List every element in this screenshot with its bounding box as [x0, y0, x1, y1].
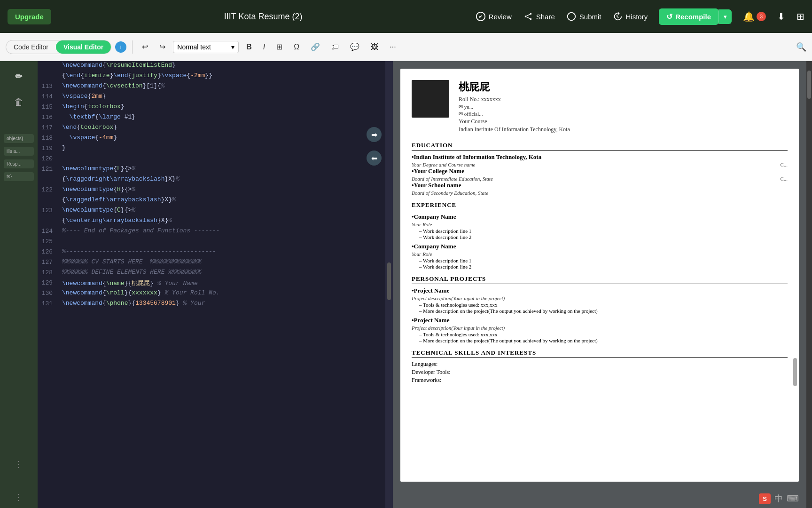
- svg-point-1: [524, 16, 526, 17]
- code-line-129: 129 \newcommand{\name}{桃屁屁} % Your Name: [38, 278, 385, 289]
- sidebar-item-3[interactable]: Resp...: [4, 159, 34, 168]
- info-button[interactable]: i: [115, 41, 126, 53]
- insert-link-button[interactable]: 🔗: [307, 40, 324, 53]
- code-line-121: 121 \newcolumntype{L}{>%: [38, 165, 385, 175]
- project-item-2: •Project Name Project description(Your i…: [412, 317, 788, 343]
- exp-bullet-2: – Work description line 2: [419, 234, 788, 240]
- code-line-126: 126 %-----------------------------------…: [38, 247, 385, 258]
- code-editor-tab[interactable]: Code Editor: [6, 40, 56, 54]
- svg-line-5: [526, 17, 530, 19]
- resume-name: 桃屁屁: [459, 80, 570, 94]
- preview-scroll-thumb[interactable]: [793, 358, 797, 386]
- notification-area[interactable]: 🔔 3: [743, 11, 766, 22]
- code-line-130: 130 \newcommand{\roll}{xxxxxxx} % Your R…: [38, 289, 385, 299]
- share-action[interactable]: Share: [523, 11, 555, 22]
- text-style-dropdown[interactable]: Normal text ▾: [173, 41, 239, 53]
- code-line-115: 115 \begin{tcolorbox}: [38, 103, 385, 113]
- resume-info: 桃屁屁 Roll No.: xxxxxxx ✉ yu... ✉ official…: [459, 80, 570, 134]
- exp-bullet-1: – Work description line 1: [419, 228, 788, 234]
- code-editor-area[interactable]: \newcommand{\resumeItemListEnd} {\end{it…: [38, 61, 385, 508]
- insert-symbol-button[interactable]: Ω: [290, 41, 303, 53]
- svg-line-4: [526, 14, 530, 16]
- code-line-120: 120: [38, 154, 385, 165]
- code-line-123: 123 \newcolumntype{C}{>%: [38, 206, 385, 216]
- experience-section-title: Experience: [412, 201, 788, 210]
- italic-button[interactable]: I: [259, 41, 269, 53]
- visual-editor-tab[interactable]: Visual Editor: [56, 40, 111, 54]
- right-scroll-thumb[interactable]: [807, 71, 811, 99]
- edit-icon[interactable]: ✏: [11, 67, 27, 86]
- layout-toggle-button[interactable]: ⊞: [796, 11, 804, 22]
- upgrade-button[interactable]: Upgrade: [8, 9, 51, 24]
- languages-label: Languages:: [412, 361, 788, 368]
- history-icon: [612, 11, 623, 22]
- code-line-122: 122 \newcolumntype{R}{>%: [38, 185, 385, 196]
- sogou-icon[interactable]: S: [759, 493, 771, 504]
- proj-bullet-2: – More description on the project(The ou…: [419, 308, 788, 314]
- insert-ref-button[interactable]: 🏷: [328, 41, 343, 53]
- skills-section-title: Technical Skills and Interests: [412, 349, 788, 358]
- education-item-3: •Your School name Board of Secondary Edu…: [412, 182, 788, 196]
- resume-photo: [412, 80, 449, 118]
- topbar: Upgrade IIIT Kota Resume (2) Review Shar…: [0, 0, 812, 33]
- redo-button[interactable]: ↪: [156, 40, 169, 53]
- review-action[interactable]: Review: [476, 11, 512, 22]
- editor-toolbar: Code Editor Visual Editor i ↩ ↪ Normal t…: [0, 33, 812, 61]
- resume-email-2: ✉ official...: [459, 111, 570, 117]
- download-button[interactable]: ⬇: [777, 11, 785, 22]
- undo-button[interactable]: ↩: [138, 40, 152, 53]
- recompile-button[interactable]: ↺ Recompile: [659, 8, 718, 25]
- code-line-123b: {\centering\arraybackslash}X}%: [38, 216, 385, 227]
- insert-image-button[interactable]: 🖼: [367, 41, 382, 53]
- lang-icon[interactable]: 中: [774, 493, 783, 504]
- insert-comment-button[interactable]: 💬: [346, 40, 363, 53]
- nav-forward-button[interactable]: ➡: [367, 127, 382, 142]
- proj2-bullet-1: – Tools & technologies used: xxx,xxx: [419, 332, 788, 337]
- code-line-116: 116 \textbf{\large #1}: [38, 113, 385, 123]
- code-line-118: 118 \vspace{-4mm}: [38, 134, 385, 144]
- project-item-1: •Project Name Project description(Your i…: [412, 287, 788, 314]
- trash-icon[interactable]: 🗑: [10, 93, 27, 111]
- sidebar-item-2[interactable]: ills a...: [4, 147, 34, 156]
- submit-action[interactable]: Submit: [566, 11, 601, 22]
- keyboard-icon[interactable]: ⌨: [787, 493, 799, 504]
- editor-mode-switcher: Code Editor Visual Editor: [6, 40, 111, 54]
- code-line-114: 114 \vspace{2mm}: [38, 92, 385, 103]
- sidebar-item-1[interactable]: objects}: [4, 134, 34, 143]
- frameworks-label: Frameworks:: [412, 377, 788, 384]
- exp2-bullet-2: – Work description line 2: [419, 264, 788, 270]
- sidebar-mini-items: objects} ills a... Resp... ts}: [0, 134, 38, 181]
- code-line-131: 131 \newcommand{\phone}{13345678901} % Y…: [38, 299, 385, 310]
- code-line-pre1: \newcommand{\resumeItemListEnd}: [38, 61, 385, 71]
- resume-preview: 桃屁屁 Roll No.: xxxxxxx ✉ yu... ✉ official…: [400, 69, 799, 482]
- more-options-button[interactable]: ···: [386, 41, 399, 53]
- recompile-dropdown-button[interactable]: ▾: [718, 9, 732, 24]
- submit-label: Submit: [579, 13, 601, 21]
- share-label: Share: [536, 13, 555, 21]
- left-sidebar: ✏ 🗑 objects} ills a... Resp... ts} ⋮ ⋮: [0, 61, 38, 508]
- history-action[interactable]: History: [612, 11, 648, 22]
- review-icon: [476, 11, 486, 22]
- code-line-128: 128 %%%%%%% DEFINE ELEMENTS HERE %%%%%%%…: [38, 268, 385, 278]
- editor-scrollbar[interactable]: [385, 61, 393, 508]
- preview-panel: 桃屁屁 Roll No.: xxxxxxx ✉ yu... ✉ official…: [393, 61, 806, 508]
- preview-right-scrollbar[interactable]: [806, 61, 812, 508]
- nav-back-button[interactable]: ⬅: [367, 151, 382, 166]
- education-item-2: •Your College Name Board of Intermediate…: [412, 167, 788, 182]
- sidebar-more-button[interactable]: ⋮: [15, 459, 23, 469]
- insert-table-button[interactable]: ⊞: [273, 40, 286, 53]
- code-line-117: 117 \end{tcolorbox}: [38, 123, 385, 134]
- preview-scrollbar[interactable]: [793, 69, 797, 482]
- experience-item-1: •Company Name Your Role – Work descripti…: [412, 213, 788, 240]
- sidebar-more-button-2[interactable]: ⋮: [15, 492, 23, 502]
- editor-scroll-thumb[interactable]: [387, 262, 391, 300]
- code-line-121b: {\raggedright\arraybackslash}X}%: [38, 175, 385, 185]
- proj-bullet-1: – Tools & technologies used: xxx,xxx: [419, 302, 788, 308]
- search-button[interactable]: 🔍: [796, 42, 806, 52]
- text-style-label: Normal text: [177, 43, 211, 51]
- sidebar-item-4[interactable]: ts}: [4, 172, 34, 181]
- tools-label: Developer Tools:: [412, 369, 788, 376]
- document-title: IIIT Kota Resume (2): [61, 12, 466, 22]
- resume-header: 桃屁屁 Roll No.: xxxxxxx ✉ yu... ✉ official…: [412, 80, 788, 134]
- bold-button[interactable]: B: [242, 41, 256, 53]
